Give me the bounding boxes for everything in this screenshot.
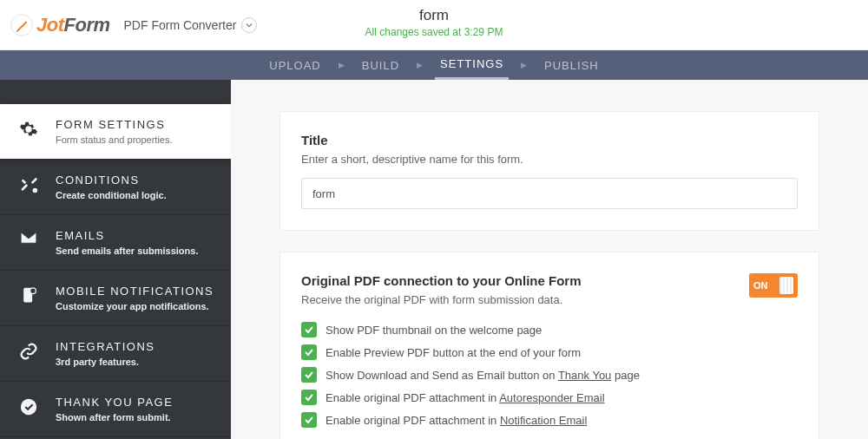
checkbox[interactable] <box>301 390 317 405</box>
option-row: Show PDF thumbnail on the welcome page <box>301 318 798 341</box>
option-row: Show Download and Send as Email button o… <box>301 364 798 386</box>
logo-pen-icon <box>10 14 33 36</box>
tab-settings[interactable]: SETTINGS <box>435 50 509 80</box>
pdf-desc: Receive the original PDF with form submi… <box>301 293 582 306</box>
check-icon <box>304 347 314 357</box>
link-icon <box>19 342 38 361</box>
sidebar-item-mobile-notifications[interactable]: MOBILE NOTIFICATIONS Customize your app … <box>0 271 231 326</box>
thank-you-link[interactable]: Thank You <box>558 369 611 382</box>
sidebar-item-emails[interactable]: EMAILS Send emails after submissions. <box>0 215 231 271</box>
option-row: Enable Preview PDF button at the end of … <box>301 341 798 364</box>
tab-build[interactable]: BUILD <box>357 50 404 80</box>
option-row: Enable original PDF attachment in Autore… <box>301 386 798 409</box>
title-card: Title Enter a short, descriptive name fo… <box>279 111 819 231</box>
tab-bar: UPLOAD ▶ BUILD ▶ SETTINGS ▶ PUBLISH <box>0 50 868 80</box>
sidebar-item-subtitle: Customize your app notifications. <box>56 301 217 311</box>
checkbox[interactable] <box>301 367 317 383</box>
sidebar-item-label: FORM SETTINGS <box>56 118 217 131</box>
product-dropdown[interactable] <box>241 17 257 33</box>
mobile-icon <box>20 286 37 305</box>
title-desc: Enter a short, descriptive name for this… <box>301 153 798 166</box>
form-title-input[interactable] <box>301 178 798 209</box>
check-icon <box>304 370 314 380</box>
checkbox[interactable] <box>301 344 317 360</box>
save-status: All changes saved at 3:29 PM <box>365 26 503 38</box>
sidebar-item-label: MOBILE NOTIFICATIONS <box>56 285 217 298</box>
chevron-right-icon: ▶ <box>339 61 345 69</box>
sidebar-item-label: EMAILS <box>56 229 217 242</box>
top-header: JotForm PDF Form Converter form All chan… <box>0 0 868 50</box>
product-name: PDF Form Converter <box>124 18 237 32</box>
check-icon <box>304 415 314 425</box>
check-icon <box>304 324 314 335</box>
checkbox[interactable] <box>301 322 317 337</box>
option-row: Enable original PDF attachment in Notifi… <box>301 409 798 431</box>
tools-icon <box>19 175 38 194</box>
checkbox[interactable] <box>301 412 317 428</box>
autoresponder-email-link[interactable]: Autoresponder Email <box>499 391 604 404</box>
tab-publish[interactable]: PUBLISH <box>539 50 604 80</box>
sidebar-item-integrations[interactable]: INTEGRATIONS 3rd party features. <box>0 326 231 382</box>
svg-point-3 <box>21 399 36 415</box>
brand-text: JotForm <box>36 14 110 36</box>
toggle-knob <box>779 277 793 294</box>
sidebar-item-subtitle: Send emails after submissions. <box>56 246 217 256</box>
header-form-title: form <box>365 7 503 24</box>
svg-point-2 <box>30 288 36 294</box>
chevron-down-icon <box>246 22 253 29</box>
sidebar-item-subtitle: 3rd party features. <box>56 357 217 367</box>
sidebar-item-thank-you[interactable]: THANK YOU PAGE Shown after form submit. <box>0 382 231 437</box>
sidebar-item-subtitle: Shown after form submit. <box>56 412 217 423</box>
option-text: Enable original PDF attachment in Notifi… <box>326 414 587 427</box>
tab-upload[interactable]: UPLOAD <box>264 50 326 80</box>
sidebar-item-label: CONDITIONS <box>56 174 217 187</box>
option-text: Enable Preview PDF button at the end of … <box>326 346 581 359</box>
sidebar-item-form-settings[interactable]: FORM SETTINGS Form status and properties… <box>0 104 231 160</box>
sidebar-item-label: THANK YOU PAGE <box>56 396 217 409</box>
chevron-right-icon: ▶ <box>417 61 423 69</box>
option-text: Show PDF thumbnail on the welcome page <box>326 324 542 337</box>
title-heading: Title <box>301 133 798 147</box>
main-content: Title Enter a short, descriptive name fo… <box>231 80 868 439</box>
gear-icon <box>19 120 38 139</box>
notification-email-link[interactable]: Notification Email <box>500 414 587 427</box>
sidebar-item-label: INTEGRATIONS <box>56 340 217 353</box>
brand-logo[interactable]: JotForm <box>10 14 110 36</box>
sidebar-item-conditions[interactable]: CONDITIONS Create conditional logic. <box>0 160 231 215</box>
envelope-icon <box>19 231 38 245</box>
toggle-label: ON <box>753 280 768 291</box>
option-text: Show Download and Send as Email button o… <box>326 369 640 382</box>
sidebar-item-subtitle: Form status and properties. <box>56 134 217 145</box>
pdf-connection-toggle[interactable]: ON <box>749 273 798 298</box>
option-text: Enable original PDF attachment in Autore… <box>326 391 605 404</box>
check-circle-icon <box>19 397 38 416</box>
settings-sidebar: FORM SETTINGS Form status and properties… <box>0 80 231 439</box>
sidebar-item-subtitle: Create conditional logic. <box>56 190 217 200</box>
check-icon <box>304 392 314 403</box>
pdf-connection-card: Original PDF connection to your Online F… <box>279 252 819 439</box>
pdf-options-list: Show PDF thumbnail on the welcome page E… <box>301 318 798 431</box>
header-center: form All changes saved at 3:29 PM <box>365 7 503 38</box>
pdf-heading: Original PDF connection to your Online F… <box>301 273 582 288</box>
chevron-right-icon: ▶ <box>521 61 527 69</box>
